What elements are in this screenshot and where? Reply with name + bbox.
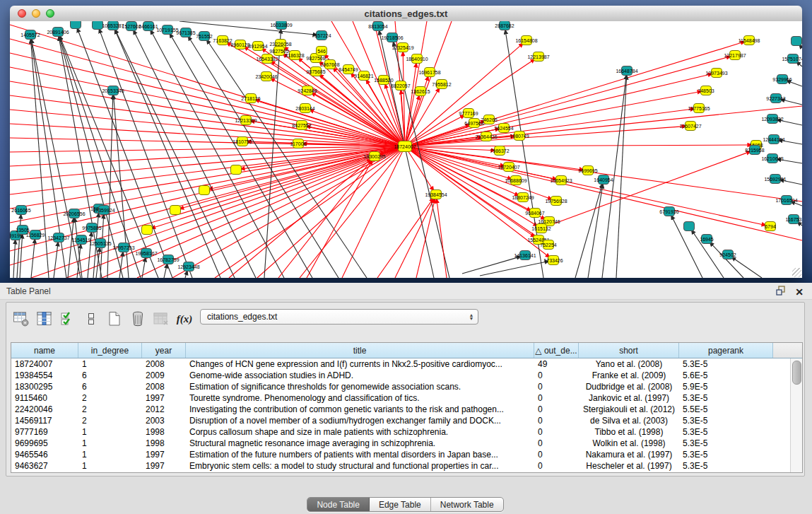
minimize-window-button[interactable] bbox=[32, 9, 40, 18]
cell-name[interactable]: 9465546 bbox=[11, 449, 78, 460]
cell-in_degree[interactable]: 1 bbox=[78, 358, 142, 370]
graph-node[interactable] bbox=[71, 21, 81, 29]
cell-out_degree[interactable]: 0 bbox=[534, 381, 579, 392]
cell-title[interactable]: Investigating the contribution of common… bbox=[186, 404, 534, 415]
cell-title[interactable]: Corpus callosum shape and size in male p… bbox=[186, 426, 534, 438]
column-header-short[interactable]: short bbox=[579, 343, 679, 358]
cell-title[interactable]: Disruption of a novel member of a sodium… bbox=[186, 415, 534, 426]
column-header-name[interactable]: name bbox=[11, 343, 78, 358]
table-row[interactable]: 1830029562008Estimation of significance … bbox=[11, 381, 791, 392]
column-header-pagerank[interactable]: pagerank bbox=[679, 343, 773, 358]
cell-short[interactable]: Yano et al. (2008) bbox=[579, 358, 679, 370]
cell-name[interactable]: 9463627 bbox=[11, 460, 78, 472]
cell-short[interactable]: de Silva et al. (2003) bbox=[579, 415, 679, 426]
cell-year[interactable]: 1997 bbox=[142, 460, 186, 472]
cell-pagerank[interactable]: 5.3E-5 bbox=[679, 449, 773, 460]
graph-node[interactable] bbox=[170, 206, 181, 215]
network-select[interactable]: citations_edges.txt ▲▼ bbox=[200, 309, 478, 325]
cell-out_degree[interactable]: 0 bbox=[534, 426, 579, 438]
cell-title[interactable]: Estimation of the future numbers of pati… bbox=[186, 449, 534, 460]
tab-network-table[interactable]: Network Table bbox=[431, 498, 503, 511]
cell-name[interactable]: 18300295 bbox=[11, 381, 78, 392]
cell-name[interactable]: 9699695 bbox=[11, 438, 78, 449]
table-row[interactable]: 1456911722003Disruption of a novel membe… bbox=[11, 415, 791, 426]
cell-out_degree[interactable]: 0 bbox=[534, 438, 579, 449]
cell-name[interactable]: 19384554 bbox=[11, 370, 78, 381]
cell-pagerank[interactable]: 5.3E-5 bbox=[679, 415, 773, 426]
column-header-title[interactable]: title bbox=[186, 343, 534, 358]
delete-table-icon[interactable] bbox=[129, 310, 147, 328]
cell-title[interactable]: Estimation of significance thresholds fo… bbox=[186, 381, 534, 392]
cell-year[interactable]: 2008 bbox=[142, 381, 186, 392]
table-row[interactable]: 977716911998Corpus callosum shape and si… bbox=[11, 426, 791, 438]
cell-in_degree[interactable]: 6 bbox=[78, 381, 142, 392]
column-header-in_degree[interactable]: in_degree bbox=[78, 343, 142, 358]
cell-pagerank[interactable]: 5.6E-5 bbox=[679, 370, 773, 381]
cell-in_degree[interactable]: 2 bbox=[78, 404, 142, 415]
close-window-button[interactable] bbox=[18, 9, 26, 18]
cell-in_degree[interactable]: 1 bbox=[78, 449, 142, 460]
table-row[interactable]: 946554611997Estimation of the future num… bbox=[11, 449, 791, 460]
cell-out_degree[interactable]: 49 bbox=[534, 358, 579, 370]
cell-short[interactable]: Hescheler et al. (1997) bbox=[579, 460, 679, 472]
table-settings-icon[interactable] bbox=[12, 310, 30, 328]
table-row[interactable]: 1938455462009Genome-wide association stu… bbox=[11, 370, 791, 381]
cell-out_degree[interactable]: 0 bbox=[534, 392, 579, 404]
graph-node[interactable] bbox=[231, 165, 242, 175]
cell-out_degree[interactable]: 0 bbox=[534, 415, 579, 426]
cell-in_degree[interactable]: 1 bbox=[78, 426, 142, 438]
table-row[interactable]: 946362711997Embryonic stem cells: a mode… bbox=[11, 460, 791, 472]
graph-node[interactable] bbox=[792, 37, 802, 46]
cell-out_degree[interactable]: 0 bbox=[534, 370, 579, 381]
cell-out_degree[interactable]: 0 bbox=[534, 449, 579, 460]
cell-in_degree[interactable]: 2 bbox=[78, 392, 142, 404]
cell-title[interactable]: Genome-wide association studies in ADHD. bbox=[186, 370, 534, 381]
cell-out_degree[interactable]: 0 bbox=[534, 460, 579, 472]
function-builder-icon[interactable]: f(x) bbox=[175, 310, 194, 328]
cell-name[interactable]: 14569117 bbox=[11, 415, 78, 426]
cell-name[interactable]: 9777169 bbox=[11, 426, 78, 438]
select-all-icon[interactable] bbox=[59, 310, 77, 328]
cell-name[interactable]: 9115460 bbox=[11, 392, 78, 404]
graph-node[interactable] bbox=[142, 226, 153, 235]
cell-year[interactable]: 1997 bbox=[142, 392, 186, 404]
column-visibility-icon[interactable] bbox=[35, 310, 54, 328]
cell-title[interactable]: Changes of HCN gene expression and I(f) … bbox=[186, 358, 534, 370]
cell-title[interactable]: Structural magnetic resonance image aver… bbox=[186, 438, 534, 449]
cell-short[interactable]: Jankovic et al. (1997) bbox=[579, 392, 679, 404]
cell-in_degree[interactable]: 6 bbox=[78, 370, 142, 381]
column-header-year[interactable]: year bbox=[142, 343, 186, 358]
cell-short[interactable]: Franke et al. (2009) bbox=[579, 370, 679, 381]
tab-node-table[interactable]: Node Table bbox=[307, 498, 370, 511]
table-row[interactable]: 911546021997Tourette syndrome. Phenomeno… bbox=[11, 392, 791, 404]
cell-in_degree[interactable]: 2 bbox=[78, 415, 142, 426]
import-table-icon[interactable] bbox=[152, 310, 170, 328]
cell-year[interactable]: 2003 bbox=[142, 415, 186, 426]
cell-pagerank[interactable]: 5.3E-5 bbox=[679, 426, 773, 438]
graph-node[interactable] bbox=[93, 21, 103, 30]
cell-name[interactable]: 18724007 bbox=[11, 358, 78, 370]
tab-edge-table[interactable]: Edge Table bbox=[370, 498, 431, 511]
cell-pagerank[interactable]: 5.9E-5 bbox=[679, 381, 773, 392]
cell-year[interactable]: 1997 bbox=[142, 449, 186, 460]
cell-pagerank[interactable]: 5.5E-5 bbox=[679, 404, 773, 415]
cell-pagerank[interactable]: 5.3E-5 bbox=[679, 358, 773, 370]
cell-pagerank[interactable]: 5.3E-5 bbox=[679, 438, 773, 449]
network-canvas[interactable]: 1872400771638228960128891295423226058982… bbox=[10, 21, 802, 278]
cell-in_degree[interactable]: 1 bbox=[78, 460, 142, 472]
close-panel-icon[interactable]: ✕ bbox=[795, 287, 804, 297]
cell-name[interactable]: 22420046 bbox=[11, 404, 78, 415]
scrollbar-thumb[interactable] bbox=[792, 361, 801, 385]
cell-short[interactable]: Nakamura et al. (1997) bbox=[579, 449, 679, 460]
cell-year[interactable]: 2009 bbox=[142, 370, 186, 381]
network-view-window[interactable]: citations_edges.txt 18724007716382289601… bbox=[10, 6, 802, 278]
cell-year[interactable]: 1998 bbox=[142, 438, 186, 449]
table-row[interactable]: 1872400712008Changes of HCN gene express… bbox=[11, 358, 791, 370]
table-scrollbar[interactable] bbox=[790, 358, 802, 472]
row-options-icon[interactable] bbox=[82, 310, 100, 328]
column-header-out_de[interactable]: △ out_de... bbox=[534, 343, 579, 358]
cell-year[interactable]: 1998 bbox=[142, 426, 186, 438]
cell-pagerank[interactable]: 5.3E-5 bbox=[679, 392, 773, 404]
new-table-icon[interactable] bbox=[105, 310, 124, 328]
window-titlebar[interactable]: citations_edges.txt bbox=[10, 6, 802, 22]
